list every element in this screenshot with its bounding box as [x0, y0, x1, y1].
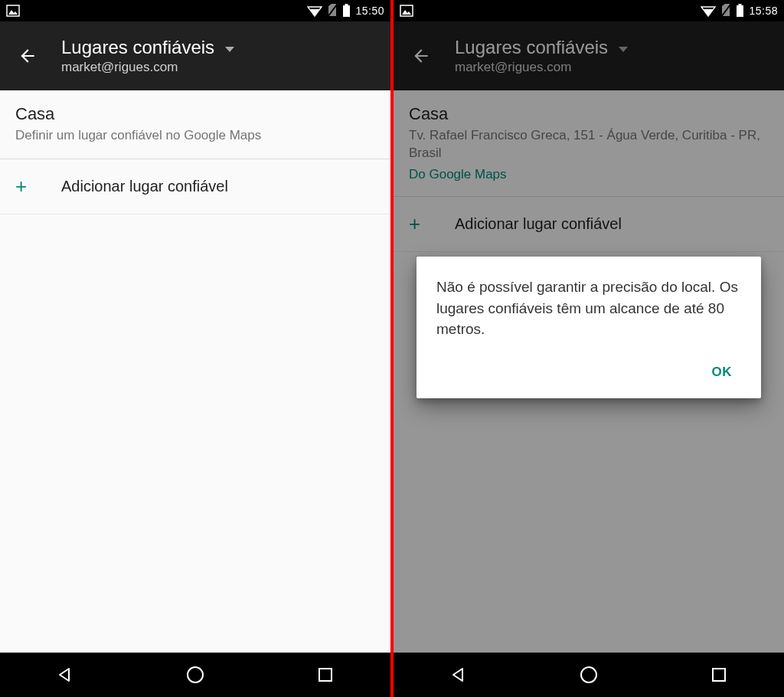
nav-home-button[interactable]	[558, 659, 619, 690]
status-bar: 15:58	[394, 0, 784, 21]
sim-off-icon	[327, 4, 338, 18]
nav-bar	[394, 653, 784, 697]
phone-right: 15:58 Lugares confiáveis market@rigues.c…	[394, 0, 784, 697]
nav-back-button[interactable]	[34, 659, 96, 690]
status-time: 15:58	[749, 5, 778, 17]
nav-recent-button[interactable]	[295, 659, 356, 690]
svg-rect-6	[345, 4, 348, 6]
plus-icon: +	[15, 175, 61, 198]
svg-marker-10	[402, 10, 411, 15]
svg-rect-15	[739, 4, 742, 6]
place-title: Casa	[15, 104, 375, 124]
svg-marker-1	[8, 10, 18, 15]
picture-icon	[400, 5, 413, 17]
account-switcher[interactable]: Lugares confiáveis market@rigues.com	[61, 37, 234, 75]
app-bar: Lugares confiáveis market@rigues.com	[0, 21, 390, 90]
place-item-casa[interactable]: Casa Definir um lugar confiável no Googl…	[0, 90, 390, 159]
accuracy-dialog: Não é possível garantir a precisão do lo…	[416, 257, 761, 398]
svg-rect-8	[319, 669, 332, 681]
add-label: Adicionar lugar confiável	[61, 178, 228, 195]
dialog-message: Não é possível garantir a precisão do lo…	[436, 277, 741, 340]
phone-left: 15:50 Lugares confiáveis market@rigues.c…	[0, 0, 390, 697]
add-trusted-place-button[interactable]: + Adicionar lugar confiável	[0, 159, 390, 214]
svg-point-16	[581, 667, 596, 682]
wifi-icon	[307, 5, 322, 17]
svg-rect-5	[343, 5, 350, 17]
battery-icon	[736, 4, 744, 18]
nav-bar	[0, 653, 390, 697]
nav-recent-button[interactable]	[688, 659, 750, 690]
account-email: market@rigues.com	[61, 60, 234, 75]
sim-off-icon	[720, 4, 731, 18]
back-button[interactable]	[12, 41, 43, 71]
content-area: Casa Definir um lugar confiável no Googl…	[0, 90, 390, 653]
status-time: 15:50	[355, 5, 384, 17]
svg-point-7	[188, 667, 203, 682]
dialog-ok-button[interactable]: OK	[703, 357, 742, 388]
nav-home-button[interactable]	[165, 659, 226, 690]
status-bar: 15:50	[0, 0, 390, 21]
svg-rect-17	[713, 669, 725, 681]
battery-icon	[342, 4, 351, 18]
page-title: Lugares confiáveis	[61, 37, 214, 58]
svg-rect-14	[737, 5, 743, 17]
chevron-down-icon	[225, 47, 234, 52]
nav-back-button[interactable]	[428, 659, 489, 690]
place-subtitle: Definir um lugar confiável no Google Map…	[15, 127, 375, 145]
wifi-icon	[701, 5, 716, 17]
picture-icon	[6, 5, 20, 17]
